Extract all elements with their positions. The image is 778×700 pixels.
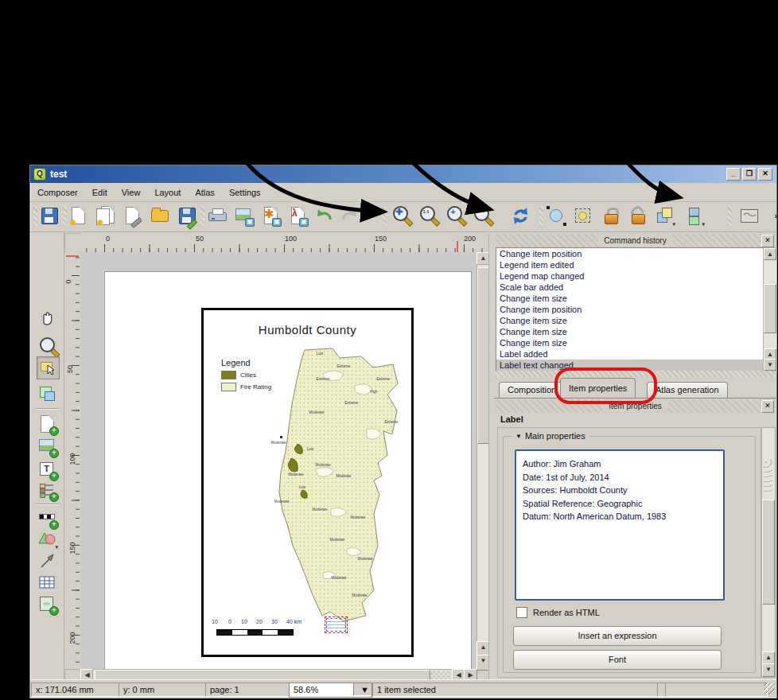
history-item[interactable]: Change item size	[496, 326, 764, 337]
zoom-actual-size-icon[interactable]: 1:1	[419, 205, 441, 227]
add-image-icon[interactable]: +	[37, 436, 58, 457]
collapse-arrow-icon: ▼	[515, 433, 522, 440]
menu-layout[interactable]: Layout	[147, 185, 188, 200]
add-basic-shape-icon[interactable]: ▾	[37, 528, 58, 550]
chevron-down-icon[interactable]: ▼	[353, 683, 371, 695]
composer-manager-icon[interactable]	[122, 205, 143, 227]
render-as-html-checkbox[interactable]	[516, 607, 527, 618]
redo-icon[interactable]	[338, 205, 360, 227]
dock-separator	[496, 371, 775, 377]
tab-composition[interactable]: Composition	[499, 382, 565, 398]
vertical-ruler: 0 50 100 150 200	[64, 252, 81, 669]
scroll-up-button[interactable]: ▲	[764, 248, 776, 260]
lock-items-icon[interactable]	[600, 205, 621, 227]
add-attribute-table-icon[interactable]	[37, 572, 58, 593]
map-rating-label: Moderate	[329, 538, 344, 542]
zoom-out-icon[interactable]: −	[473, 205, 495, 227]
menu-composer[interactable]: Composer	[30, 185, 85, 200]
export-svg-icon[interactable]: ✱▣	[260, 205, 282, 227]
add-new-legend-icon[interactable]: +	[37, 480, 58, 501]
add-arrow-icon[interactable]	[37, 550, 58, 572]
zoom-icon[interactable]	[37, 334, 58, 356]
move-item-content-icon[interactable]	[572, 205, 593, 227]
close-icon[interactable]: ✕	[761, 400, 774, 413]
label-text-input[interactable]: Author: Jim Graham Date: 1st of July, 20…	[515, 449, 725, 601]
menu-edit[interactable]: Edit	[85, 185, 115, 200]
history-item[interactable]: Label added	[496, 348, 764, 360]
item-properties-scrollbar[interactable]: ▲ ▼	[761, 427, 776, 678]
history-item[interactable]: Change item size	[496, 315, 764, 326]
history-item[interactable]: Change item size	[496, 293, 764, 304]
lower-items-icon[interactable]: ▾	[683, 205, 705, 227]
command-history-title: Command history	[597, 235, 672, 247]
toolbar-separator	[35, 504, 59, 504]
composition-canvas[interactable]: Humboldt County Legend Cities Fire Ratin…	[80, 252, 477, 669]
zoom-level-combo[interactable]: 58.6% ▼	[289, 682, 372, 698]
add-new-label-icon[interactable]: T +	[37, 459, 58, 480]
font-button[interactable]: Font	[513, 650, 722, 670]
annotated-screenshot: Q test _ ❐ ✕ Composer Edit View Layout A…	[0, 0, 778, 700]
pan-icon[interactable]	[37, 305, 58, 327]
command-history-list[interactable]: Change item position Legend item edited …	[496, 247, 764, 371]
history-item[interactable]: Legend map changed	[496, 270, 764, 282]
history-scrollbar[interactable]: ▲ ▲ ▼	[763, 247, 777, 371]
map-rating-label: High	[370, 390, 377, 394]
map-rating-label: Extreme	[317, 377, 330, 381]
history-item[interactable]: Change item position	[496, 248, 764, 259]
history-item[interactable]: Change item size	[496, 337, 764, 348]
history-item[interactable]: Scale bar added	[496, 282, 764, 293]
cursor-position-marker	[457, 241, 458, 252]
zoom-full-icon[interactable]: ✚	[392, 205, 414, 227]
menu-settings[interactable]: Settings	[222, 185, 268, 200]
tab-atlas-generation[interactable]: Atlas generation	[647, 382, 728, 398]
atlas-preview-icon[interactable]	[739, 205, 760, 227]
scrollbar-texture	[764, 460, 772, 492]
resize-grip[interactable]	[764, 683, 775, 694]
add-new-map-icon[interactable]: +	[37, 414, 58, 435]
duplicate-composition-icon[interactable]: ✸	[95, 205, 116, 227]
history-item[interactable]: Change item position	[496, 304, 764, 315]
minimize-button[interactable]: _	[726, 168, 741, 181]
main-properties-toggle[interactable]: ▼Main properties	[512, 431, 589, 441]
print-icon[interactable]	[206, 205, 228, 227]
export-image-icon[interactable]: ▣	[233, 205, 255, 227]
composition-page[interactable]: Humboldt County Legend Cities Fire Ratin…	[104, 271, 472, 669]
toolbar-separator	[63, 206, 67, 226]
new-composition-icon[interactable]: ✸	[68, 205, 89, 227]
tab-item-properties[interactable]: Item properties	[560, 378, 636, 398]
refresh-view-icon[interactable]	[510, 205, 531, 227]
scrollbar-thumb[interactable]	[762, 500, 775, 605]
zoom-in-icon[interactable]: +	[446, 205, 468, 227]
save-icon[interactable]	[38, 205, 60, 227]
window-controls: _ ❐ ✕	[726, 168, 772, 181]
raise-items-icon[interactable]: ▾	[654, 205, 675, 227]
scroll-down-button[interactable]: ▼	[764, 359, 776, 371]
select-move-item-icon[interactable]	[546, 205, 567, 227]
load-from-template-icon[interactable]	[149, 205, 170, 227]
history-item[interactable]: Legend item edited	[496, 259, 764, 270]
add-new-scalebar-icon[interactable]: +	[37, 508, 58, 529]
undo-icon[interactable]	[314, 205, 336, 227]
insert-expression-button[interactable]: Insert an expression	[513, 626, 722, 646]
menu-view[interactable]: View	[115, 185, 148, 200]
map-rating-label: Extreme	[377, 377, 391, 381]
add-html-frame-icon[interactable]: </> +	[37, 593, 58, 615]
scroll-down-button[interactable]: ▼	[762, 663, 775, 677]
scrollbar-thumb[interactable]	[477, 267, 489, 444]
scrollbar-thumb[interactable]	[764, 284, 776, 333]
titlebar[interactable]: Q test _ ❐ ✕	[30, 165, 776, 183]
map-item[interactable]: Humboldt County Legend Cities Fire Ratin…	[201, 308, 414, 657]
toolbar-overflow-button[interactable]: »	[766, 205, 778, 227]
close-icon[interactable]: ✕	[761, 235, 774, 247]
close-button[interactable]: ✕	[758, 168, 772, 181]
command-history-header: Command history ✕	[496, 234, 775, 247]
save-as-template-icon[interactable]	[176, 205, 197, 227]
select-move-item-icon[interactable]	[37, 356, 60, 379]
unlock-items-icon[interactable]	[627, 205, 648, 227]
menu-atlas[interactable]: Atlas	[188, 185, 221, 200]
export-pdf-icon[interactable]: λ▣	[287, 205, 309, 227]
move-item-content-icon[interactable]	[37, 383, 58, 404]
selected-label-item[interactable]	[325, 616, 348, 633]
maximize-button[interactable]: ❐	[742, 168, 757, 181]
history-item-selected[interactable]: Label text changed	[496, 360, 764, 371]
